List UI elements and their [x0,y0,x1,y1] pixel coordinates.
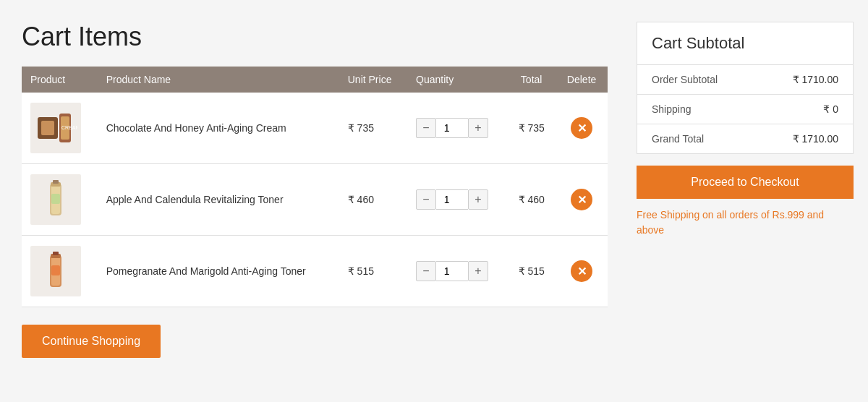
product-name: Apple And Calendula Revitalizing Toner [106,194,284,205]
row-total: ₹ 460 [519,194,545,205]
quantity-input[interactable] [436,189,468,210]
row-total: ₹ 515 [519,265,545,277]
product-name-cell: Chocolate And Honey Anti-Aging Cream [98,93,339,164]
quantity-control[interactable]: − + [416,118,498,138]
page-title: Cart Items [22,22,608,52]
svg-rect-1 [41,121,54,135]
delete-cell[interactable]: ✕ [556,93,608,164]
shipping-value: ₹ 0 [823,103,838,115]
unit-price: ₹ 460 [348,194,374,205]
quantity-cell[interactable]: − + [407,236,507,307]
order-subtotal-row: Order Subtotal ₹ 1710.00 [637,65,853,95]
svg-rect-9 [51,194,60,204]
delete-button[interactable]: ✕ [571,260,592,282]
total-cell: ₹ 515 [507,236,556,307]
quantity-cell[interactable]: − + [407,164,507,236]
product-name: Chocolate And Honey Anti-Aging Cream [106,122,286,134]
delete-button[interactable]: ✕ [571,189,592,210]
col-quantity: Quantity [407,67,507,93]
quantity-decrease-button[interactable]: − [416,261,436,281]
quantity-control[interactable]: − + [416,189,498,210]
shipping-row: Shipping ₹ 0 [637,95,853,124]
total-cell: ₹ 735 [507,93,556,164]
delete-cell[interactable]: ✕ [556,236,608,307]
unit-price-cell: ₹ 515 [339,236,407,307]
product-image: CREAM [30,103,81,153]
quantity-input[interactable] [436,261,468,281]
product-image-cell [22,164,98,236]
product-name-cell: Apple And Calendula Revitalizing Toner [98,164,339,236]
quantity-input[interactable] [436,118,468,138]
delete-cell[interactable]: ✕ [556,164,608,236]
product-name-cell: Pomegranate And Marigold Anti-Aging Tone… [98,236,339,307]
table-row: Apple And Calendula Revitalizing Toner ₹… [22,164,608,236]
quantity-control[interactable]: − + [416,261,498,281]
cart-sidebar: Cart Subtotal Order Subtotal ₹ 1710.00 S… [637,22,854,358]
free-shipping-note: Free Shipping on all orders of Rs.999 an… [637,208,854,238]
checkout-button[interactable]: Proceed to Checkout [637,166,854,199]
product-image-cell [22,236,98,307]
unit-price-cell: ₹ 735 [339,93,407,164]
unit-price: ₹ 515 [348,265,374,277]
unit-price: ₹ 735 [348,122,374,134]
col-unit-price: Unit Price [339,67,407,93]
delete-button[interactable]: ✕ [571,117,592,139]
col-delete: Delete [556,67,608,93]
total-cell: ₹ 460 [507,164,556,236]
continue-shopping-button[interactable]: Continue Shopping [22,325,161,358]
quantity-decrease-button[interactable]: − [416,118,436,138]
product-image [30,246,81,296]
grand-total-value: ₹ 1710.00 [793,133,839,145]
product-name: Pomegranate And Marigold Anti-Aging Tone… [106,265,306,277]
row-total: ₹ 735 [519,122,545,134]
shipping-label: Shipping [652,103,692,115]
table-row: CREAM Chocolate And Honey Anti-Aging Cre… [22,93,608,164]
order-subtotal-value: ₹ 1710.00 [793,74,839,85]
col-product: Product [22,67,98,93]
cart-table: Product Product Name Unit Price Quantity… [22,67,608,307]
grand-total-label: Grand Total [652,133,704,145]
subtotal-title: Cart Subtotal [637,22,853,65]
subtotal-box: Cart Subtotal Order Subtotal ₹ 1710.00 S… [637,22,854,154]
col-product-name: Product Name [98,67,339,93]
unit-price-cell: ₹ 460 [339,164,407,236]
page-container: Cart Items Product Product Name Unit Pri… [22,22,854,358]
table-row: Pomegranate And Marigold Anti-Aging Tone… [22,236,608,307]
product-image [30,174,81,225]
quantity-increase-button[interactable]: + [468,261,488,281]
col-total: Total [507,67,556,93]
order-subtotal-label: Order Subtotal [652,74,718,85]
quantity-increase-button[interactable]: + [468,118,488,138]
svg-rect-13 [53,252,59,255]
svg-rect-8 [53,180,59,184]
svg-text:CREAM: CREAM [61,125,77,130]
svg-rect-14 [51,265,60,275]
quantity-cell[interactable]: − + [407,93,507,164]
product-image-cell: CREAM [22,93,98,164]
quantity-decrease-button[interactable]: − [416,189,436,210]
quantity-increase-button[interactable]: + [468,189,488,210]
cart-section: Cart Items Product Product Name Unit Pri… [22,22,608,358]
table-header-row: Product Product Name Unit Price Quantity… [22,67,608,93]
grand-total-row: Grand Total ₹ 1710.00 [637,124,853,153]
